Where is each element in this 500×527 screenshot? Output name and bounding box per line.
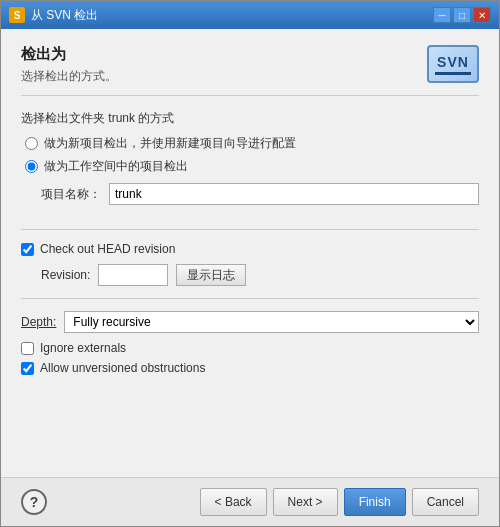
ignore-externals-label: Ignore externals (40, 341, 126, 355)
svn-logo-text: SVN (437, 54, 469, 70)
minimize-button[interactable]: ─ (433, 7, 451, 23)
checkout-head-label: Check out HEAD revision (40, 242, 175, 256)
divider-2 (21, 298, 479, 299)
revision-input[interactable] (98, 264, 168, 286)
revision-row: Revision: 显示日志 (41, 264, 479, 286)
radio-group: 做为新项目检出，并使用新建项目向导进行配置 做为工作空间中的项目检出 (25, 135, 479, 175)
depth-row: Depth: Fully recursive Immediate childre… (21, 311, 479, 333)
divider-1 (21, 229, 479, 230)
spacer (21, 375, 479, 467)
title-bar: S 从 SVN 检出 ─ □ ✕ (1, 1, 499, 29)
show-log-button[interactable]: 显示日志 (176, 264, 246, 286)
project-name-input[interactable] (109, 183, 479, 205)
main-window: S 从 SVN 检出 ─ □ ✕ 检出为 选择检出的方式。 SVN 选 (0, 0, 500, 527)
extra-options: Ignore externals Allow unversioned obstr… (21, 341, 479, 375)
depth-label: Depth: (21, 315, 56, 329)
header-text: 检出为 选择检出的方式。 (21, 45, 117, 85)
finish-button[interactable]: Finish (344, 488, 406, 516)
close-button[interactable]: ✕ (473, 7, 491, 23)
radio-workspace-project[interactable]: 做为工作空间中的项目检出 (25, 158, 479, 175)
header-section: 检出为 选择检出的方式。 SVN (21, 45, 479, 96)
radio-workspace-project-input[interactable] (25, 160, 38, 173)
checkout-method-section: 选择检出文件夹 trunk 的方式 做为新项目检出，并使用新建项目向导进行配置 … (21, 110, 479, 205)
checkout-head-checkbox[interactable] (21, 243, 34, 256)
footer: ? < Back Next > Finish Cancel (1, 477, 499, 526)
svn-logo-inner: SVN (435, 54, 471, 75)
cancel-button[interactable]: Cancel (412, 488, 479, 516)
footer-right: < Back Next > Finish Cancel (200, 488, 479, 516)
ignore-externals-row[interactable]: Ignore externals (21, 341, 479, 355)
dialog-title: 检出为 (21, 45, 117, 64)
svn-logo-line (435, 72, 471, 75)
project-name-label: 项目名称： (41, 186, 101, 203)
checkout-options: Check out HEAD revision Revision: 显示日志 (21, 242, 479, 286)
title-buttons: ─ □ ✕ (433, 7, 491, 23)
revision-label: Revision: (41, 268, 90, 282)
allow-unversioned-row-wrapper: Allow unversioned obstructions (21, 361, 479, 375)
help-button[interactable]: ? (21, 489, 47, 515)
radio-new-project-label: 做为新项目检出，并使用新建项目向导进行配置 (44, 135, 296, 152)
radio-workspace-project-label: 做为工作空间中的项目检出 (44, 158, 188, 175)
dialog-subtitle: 选择检出的方式。 (21, 68, 117, 85)
depth-select[interactable]: Fully recursive Immediate children Only … (64, 311, 479, 333)
radio-new-project[interactable]: 做为新项目检出，并使用新建项目向导进行配置 (25, 135, 479, 152)
footer-left: ? (21, 489, 47, 515)
maximize-button[interactable]: □ (453, 7, 471, 23)
back-button[interactable]: < Back (200, 488, 267, 516)
window-title: 从 SVN 检出 (31, 7, 98, 24)
allow-unversioned-row[interactable]: Allow unversioned obstructions (21, 361, 479, 375)
project-name-row: 项目名称： (41, 183, 479, 205)
title-bar-left: S 从 SVN 检出 (9, 7, 98, 24)
section-label: 选择检出文件夹 trunk 的方式 (21, 110, 479, 127)
checkout-head-row[interactable]: Check out HEAD revision (21, 242, 479, 256)
ignore-externals-checkbox[interactable] (21, 342, 34, 355)
next-button[interactable]: Next > (273, 488, 338, 516)
allow-unversioned-checkbox[interactable] (21, 362, 34, 375)
radio-new-project-input[interactable] (25, 137, 38, 150)
allow-unversioned-label: Allow unversioned obstructions (40, 361, 205, 375)
svn-logo: SVN (427, 45, 479, 83)
window-icon: S (9, 7, 25, 23)
dialog-content: 检出为 选择检出的方式。 SVN 选择检出文件夹 trunk 的方式 做为新项目… (1, 29, 499, 477)
